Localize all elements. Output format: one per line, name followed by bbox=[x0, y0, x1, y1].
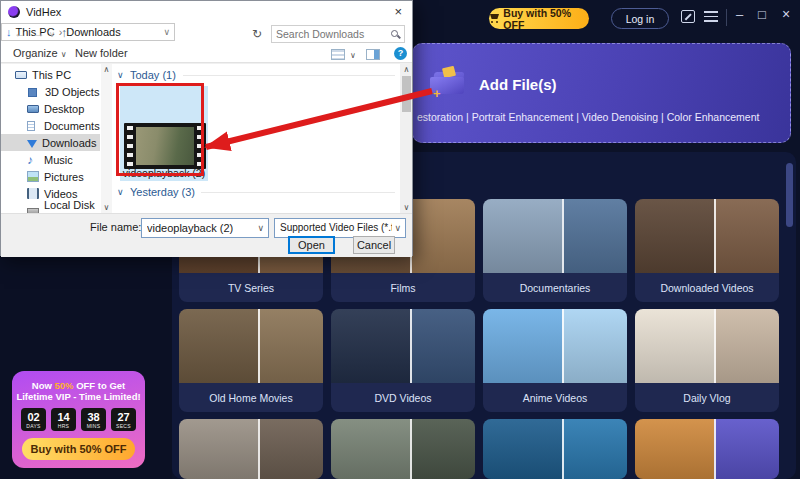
sidebar-item-label: Desktop bbox=[44, 103, 84, 115]
sidebar-item-desktop[interactable]: Desktop bbox=[1, 100, 100, 117]
dialog-sidebar-list: This PC3D ObjectsDesktopDocumentsDownloa… bbox=[1, 66, 100, 213]
buy-discount-button[interactable]: Buy with 50% OFF bbox=[489, 8, 589, 29]
category-thumbnail bbox=[483, 419, 627, 479]
search-icon bbox=[391, 30, 398, 37]
add-files-dropzone[interactable]: + Add File(s) estoration | Portrait Enha… bbox=[412, 43, 791, 143]
filename-label: File name: bbox=[90, 221, 141, 233]
scroll-down-icon: ∨ bbox=[400, 203, 412, 212]
category-card-row3-2[interactable] bbox=[331, 419, 475, 479]
app-close-button[interactable]: × bbox=[782, 7, 790, 22]
menu-icon[interactable] bbox=[704, 11, 718, 22]
maximize-button[interactable]: □ bbox=[758, 7, 766, 22]
login-button[interactable]: Log in bbox=[611, 8, 669, 29]
view-dropdown-icon[interactable]: ∨ bbox=[350, 51, 356, 60]
address-bar[interactable]: ↓ This PC › Downloads ∨ bbox=[1, 23, 175, 41]
new-folder-button[interactable]: New folder bbox=[75, 47, 128, 59]
dialog-titlebar: VidHex × bbox=[1, 1, 412, 23]
promo-buy-button[interactable]: Buy with 50% OFF bbox=[22, 438, 135, 460]
sidebar-item-downloads[interactable]: Downloads bbox=[1, 134, 100, 151]
address-dropdown-icon[interactable]: ∨ bbox=[163, 27, 170, 37]
category-label: Old Home Movies bbox=[179, 383, 323, 412]
category-thumbnail bbox=[635, 199, 779, 273]
add-files-title: Add File(s) bbox=[479, 76, 557, 93]
open-button[interactable]: Open bbox=[288, 236, 335, 254]
history-dropdown-icon[interactable]: ∨ bbox=[49, 30, 55, 39]
group-rule bbox=[201, 192, 395, 193]
countdown-unit: DAYS bbox=[26, 423, 40, 429]
files-scrollbar[interactable]: ∧ ∨ bbox=[400, 64, 412, 213]
category-card-row3-1[interactable] bbox=[179, 419, 323, 479]
feedback-icon[interactable] bbox=[681, 10, 695, 23]
countdown-days: 02DAYS bbox=[21, 408, 46, 431]
view-options-icon[interactable] bbox=[331, 49, 345, 60]
sidebar-item-pictures[interactable]: Pictures bbox=[1, 168, 100, 185]
dialog-close-button[interactable]: × bbox=[394, 4, 402, 19]
category-thumbnail bbox=[331, 419, 475, 479]
sidebar-item-music[interactable]: Music bbox=[1, 151, 100, 168]
category-card-anime-videos[interactable]: Anime Videos bbox=[483, 309, 627, 412]
before-after-divider bbox=[258, 309, 260, 383]
yesterday-collapse-icon[interactable]: ∨ bbox=[117, 187, 124, 197]
cancel-button[interactable]: Cancel bbox=[353, 236, 395, 254]
search-input[interactable] bbox=[276, 27, 386, 41]
category-thumbnail bbox=[331, 309, 475, 383]
promo-discount: 50% bbox=[54, 380, 73, 391]
countdown-value: 27 bbox=[117, 411, 129, 423]
sidebar-item-documents[interactable]: Documents bbox=[1, 117, 100, 134]
category-card-documentaries[interactable]: Documentaries bbox=[483, 199, 627, 302]
today-group-header[interactable]: Today (1) bbox=[130, 69, 176, 81]
sidebar-item-3d-objects[interactable]: 3D Objects bbox=[1, 83, 100, 100]
category-thumbnail bbox=[635, 309, 779, 383]
before-after-divider bbox=[562, 419, 564, 479]
cube-icon bbox=[28, 88, 37, 97]
yesterday-group-header[interactable]: Yesterday (3) bbox=[130, 186, 195, 198]
feature-list: estoration | Portrait Enhancement | Vide… bbox=[417, 111, 759, 123]
category-card-row3-3[interactable] bbox=[483, 419, 627, 479]
refresh-icon[interactable]: ↻ bbox=[252, 27, 262, 41]
scroll-up-icon: ∧ bbox=[400, 65, 412, 74]
category-card-downloaded-videos[interactable]: Downloaded Videos bbox=[635, 199, 779, 302]
minimize-button[interactable]: – bbox=[736, 7, 743, 22]
sidebar-item-local-disk-c[interactable]: Local Disk (C:) bbox=[1, 202, 100, 213]
organize-menu[interactable]: Organize ∨ bbox=[13, 47, 67, 59]
download-icon bbox=[27, 140, 37, 148]
picture-icon bbox=[27, 171, 39, 182]
scrollbar-thumb[interactable] bbox=[402, 76, 411, 112]
filename-value: videoplayback (2) bbox=[147, 222, 233, 234]
grid-scrollbar[interactable] bbox=[786, 163, 793, 227]
filename-combo[interactable]: videoplayback (2) ∨ bbox=[141, 218, 269, 238]
before-after-divider bbox=[562, 309, 564, 383]
up-icon[interactable]: ↑ bbox=[61, 26, 67, 40]
sidebar-scrollbar[interactable]: ∧ ∨ bbox=[101, 64, 112, 213]
filetype-combo[interactable]: Supported Video Files (*.ts;*.mt ∨ bbox=[274, 218, 406, 238]
sidebar-item-label: 3D Objects bbox=[45, 86, 99, 98]
combo-dropdown-icon: ∨ bbox=[394, 223, 401, 233]
combo-dropdown-icon: ∨ bbox=[257, 223, 264, 233]
preview-pane-icon[interactable] bbox=[366, 49, 380, 60]
plus-icon: + bbox=[433, 86, 441, 101]
before-after-divider bbox=[410, 309, 412, 383]
category-card-row3-4[interactable] bbox=[635, 419, 779, 479]
back-icon[interactable]: ← bbox=[14, 26, 26, 40]
group-rule bbox=[183, 75, 395, 76]
category-thumbnail bbox=[179, 309, 323, 383]
dialog-toolbar: Organize ∨ New folder ∨ ? bbox=[1, 45, 412, 63]
today-collapse-icon[interactable]: ∨ bbox=[117, 70, 124, 80]
countdown-value: 02 bbox=[27, 411, 39, 423]
topbar-divider bbox=[726, 9, 727, 26]
add-folder-icon: + bbox=[430, 66, 466, 98]
breadcrumb-downloads[interactable]: Downloads bbox=[66, 26, 120, 38]
countdown-timer: 02DAYS14HRS38MINS27SECS bbox=[12, 408, 145, 431]
forward-icon[interactable]: → bbox=[33, 26, 45, 40]
scroll-up-icon: ∧ bbox=[101, 65, 112, 74]
category-card-daily-vlog[interactable]: Daily Vlog bbox=[635, 309, 779, 412]
help-icon[interactable]: ? bbox=[394, 47, 407, 60]
sidebar-item-label: Pictures bbox=[44, 171, 84, 183]
category-card-old-home-movies[interactable]: Old Home Movies bbox=[179, 309, 323, 412]
countdown-mins: 38MINS bbox=[81, 408, 106, 431]
category-card-dvd-videos[interactable]: DVD Videos bbox=[331, 309, 475, 412]
before-after-divider bbox=[258, 419, 260, 479]
sidebar-item-this-pc[interactable]: This PC bbox=[1, 66, 100, 83]
file-open-dialog: VidHex × ← → ∨ ↑ ↓ This PC › Downloads ∨… bbox=[0, 0, 413, 256]
dialog-navbar: ← → ∨ ↑ ↓ This PC › Downloads ∨ ↻ bbox=[1, 23, 412, 45]
